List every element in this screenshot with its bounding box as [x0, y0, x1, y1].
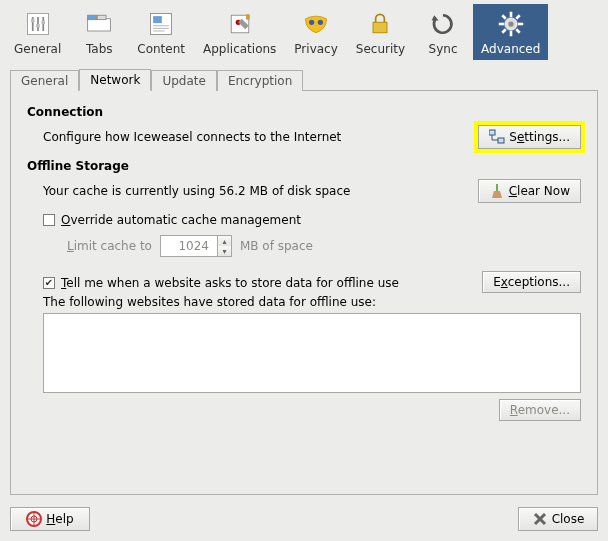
dialog-footer: Help Close	[0, 495, 608, 541]
connection-heading: Connection	[27, 105, 581, 119]
checkbox-label: Tell me when a website asks to store dat…	[61, 276, 399, 290]
svg-rect-20	[373, 22, 387, 33]
limit-cache-input[interactable]	[165, 238, 211, 254]
content-icon	[145, 8, 177, 40]
tab-label: Update	[162, 74, 205, 88]
svg-rect-4	[31, 19, 35, 23]
svg-rect-5	[36, 24, 40, 28]
checkbox-box	[43, 277, 55, 289]
advanced-panel: General Network Update Encryption Connec…	[0, 60, 608, 495]
svg-rect-11	[153, 16, 162, 23]
category-privacy[interactable]: Privacy	[286, 4, 345, 60]
svg-line-29	[516, 29, 520, 33]
button-label: Help	[46, 512, 73, 526]
spinner[interactable]: ▴▾	[217, 236, 231, 256]
tab-network[interactable]: Network	[79, 69, 151, 91]
gear-icon	[495, 8, 527, 40]
category-label: Advanced	[481, 42, 540, 56]
close-icon	[532, 511, 548, 527]
tab-encryption[interactable]: Encryption	[217, 70, 303, 91]
applications-icon	[224, 8, 256, 40]
network-icon	[489, 129, 505, 145]
tab-label: Network	[90, 73, 140, 87]
mask-icon	[300, 8, 332, 40]
lifebuoy-icon	[26, 511, 42, 527]
category-tabs[interactable]: Tabs	[71, 4, 127, 60]
category-sync[interactable]: Sync	[415, 4, 471, 60]
svg-line-28	[502, 15, 506, 19]
network-panel: Connection Configure how Iceweasel conne…	[10, 91, 598, 495]
stored-sites-label: The following websites have stored data …	[43, 295, 581, 309]
svg-line-30	[516, 15, 520, 19]
category-label: Tabs	[86, 42, 113, 56]
override-cache-checkbox[interactable]: Override automatic cache management	[43, 213, 301, 227]
spin-down-icon[interactable]: ▾	[217, 246, 231, 256]
sliders-icon	[22, 8, 54, 40]
button-label: Remove...	[510, 403, 570, 417]
svg-rect-34	[496, 184, 498, 191]
connection-settings-button[interactable]: Settings...	[478, 125, 581, 149]
sync-icon	[427, 8, 459, 40]
button-label: Clear Now	[509, 184, 570, 198]
help-button[interactable]: Help	[10, 507, 90, 531]
tab-general[interactable]: General	[10, 70, 79, 91]
button-label: Settings...	[509, 130, 570, 144]
clear-cache-button[interactable]: Clear Now	[478, 179, 581, 203]
svg-rect-33	[498, 138, 504, 143]
svg-rect-6	[41, 21, 45, 25]
close-button[interactable]: Close	[518, 507, 598, 531]
svg-point-23	[508, 21, 513, 26]
category-label: Security	[356, 42, 405, 56]
tab-label: General	[21, 74, 68, 88]
tab-update[interactable]: Update	[151, 70, 216, 91]
category-label: Applications	[203, 42, 276, 56]
button-label: Exceptions...	[493, 275, 570, 289]
remove-site-button[interactable]: Remove...	[499, 399, 581, 421]
cache-status-text: Your cache is currently using 56.2 MB of…	[43, 184, 350, 198]
category-advanced[interactable]: Advanced	[473, 4, 548, 60]
tabs-icon	[83, 8, 115, 40]
category-label: General	[14, 42, 61, 56]
button-label: Close	[552, 512, 585, 526]
svg-rect-17	[246, 14, 250, 19]
category-label: Privacy	[294, 42, 337, 56]
svg-marker-35	[492, 191, 502, 198]
connection-desc: Configure how Iceweasel connects to the …	[43, 130, 341, 144]
tab-label: Encryption	[228, 74, 292, 88]
category-toolbar: General Tabs Content Applications Privac…	[0, 0, 608, 60]
svg-rect-8	[88, 15, 97, 19]
category-label: Content	[137, 42, 185, 56]
exceptions-button[interactable]: Exceptions...	[482, 271, 581, 293]
limit-cache-field[interactable]: ▴▾	[160, 235, 232, 257]
category-security[interactable]: Security	[348, 4, 413, 60]
lock-icon	[364, 8, 396, 40]
offline-heading: Offline Storage	[27, 159, 581, 173]
spin-up-icon[interactable]: ▴	[217, 236, 231, 246]
checkbox-box	[43, 214, 55, 226]
svg-marker-21	[432, 15, 439, 20]
category-label: Sync	[429, 42, 458, 56]
category-general[interactable]: General	[6, 4, 69, 60]
tell-me-checkbox[interactable]: Tell me when a website asks to store dat…	[43, 276, 399, 290]
svg-point-19	[318, 20, 323, 25]
svg-rect-32	[489, 130, 495, 135]
svg-line-31	[502, 29, 506, 33]
svg-rect-9	[98, 15, 107, 19]
preferences-window: General Tabs Content Applications Privac…	[0, 0, 608, 541]
category-content[interactable]: Content	[129, 4, 193, 60]
subtab-bar: General Network Update Encryption	[10, 68, 598, 91]
offline-sites-listbox[interactable]	[43, 313, 581, 393]
broom-icon	[489, 183, 505, 199]
limit-cache-label: Limit cache to	[67, 239, 152, 253]
category-applications[interactable]: Applications	[195, 4, 284, 60]
svg-rect-7	[88, 19, 111, 31]
svg-point-18	[309, 20, 314, 25]
limit-cache-units: MB of space	[240, 239, 313, 253]
checkbox-label: Override automatic cache management	[61, 213, 301, 227]
